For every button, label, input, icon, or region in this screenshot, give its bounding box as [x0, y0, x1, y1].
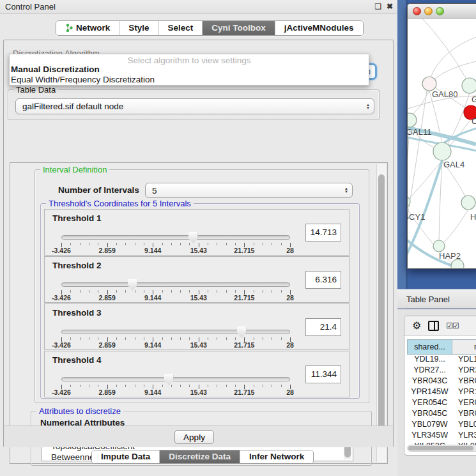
split-columns-icon[interactable] [428, 321, 439, 331]
slider-scale-labels: -3.4262.8599.14415.4321.71528 [61, 388, 290, 396]
table-toolbar: ⚙ ☑☑ [404, 316, 476, 336]
slider-thumb[interactable] [237, 326, 247, 338]
column-header-shared-name[interactable]: shared... [407, 339, 452, 355]
tab-cyni-toolbox[interactable]: Cyni Toolbox [203, 21, 275, 35]
dropdown-option-equal-width[interactable]: Equal Width/Frequency Discretization [10, 75, 369, 85]
column-header-name[interactable]: na [452, 339, 476, 355]
table-row[interactable]: YBR043CYBR04 [407, 376, 476, 387]
slider-tick-label: -3.426 [52, 247, 71, 254]
scrollbar-thumb[interactable] [408, 446, 473, 450]
slider-tick-label: 21.715 [234, 294, 254, 302]
attributes-group-label: Attributes to discretize [36, 406, 123, 416]
slider-tick-label: 2.859 [98, 388, 115, 396]
network-window-titlebar[interactable] [408, 4, 476, 19]
slider-tick-label: 28 [286, 388, 294, 396]
table-row[interactable]: YBL079WYBL07 [407, 420, 476, 431]
threshold-1-value-field[interactable]: 14.713 [305, 224, 341, 242]
slider-tick-label: 21.715 [234, 247, 254, 254]
threshold-1-slider[interactable] [61, 235, 290, 240]
apply-bar: Apply [4, 426, 393, 447]
table-rows: YDL19...YDL19 YDR27...YDR27 YBR043CYBR04… [407, 355, 476, 452]
node-label: C [472, 116, 476, 126]
dropdown-prompt: Select algorithm to view settings [10, 54, 369, 65]
node-table-card: ⚙ ☑☑ shared... na YDL19...YDL19 YDR27...… [404, 316, 476, 456]
threshold-2-slider[interactable] [61, 282, 290, 287]
tab-network[interactable]: Network [56, 21, 119, 35]
tab-jactivemnodules[interactable]: jActiveMNodules [275, 21, 363, 35]
node-gal4[interactable] [433, 142, 451, 160]
node-h[interactable] [461, 196, 475, 210]
algorithm-dropdown-popup: Select algorithm to view settings Manual… [9, 54, 369, 86]
slider-tick-label: -3.426 [52, 388, 71, 396]
table-data-group-label: Table Data [13, 85, 58, 95]
node-pink[interactable] [422, 77, 436, 91]
interval-definition-group: Interval Definition Number of Intervals … [35, 169, 369, 403]
apply-button[interactable]: Apply [174, 430, 214, 444]
slider-thumb[interactable] [188, 232, 198, 243]
interval-definition-label: Interval Definition [40, 165, 109, 174]
slider-tick-label: 9.144 [144, 388, 161, 396]
table-row[interactable]: YDR27...YDR27 [407, 365, 476, 376]
tab-infer-network[interactable]: Infer Network [240, 450, 313, 463]
slider-scale-labels: -3.4262.8599.14415.4321.71528 [61, 247, 290, 254]
checkbox-checked-icons[interactable]: ☑☑ [446, 321, 459, 330]
zoom-traffic-light-icon[interactable] [436, 7, 444, 15]
slider-tick-label: 28 [286, 341, 294, 349]
network-canvas[interactable]: GAL80 GA C GAL11 GAL4 GCY1 H HAP2 [408, 18, 476, 268]
tab-impute-data[interactable]: Impute Data [92, 450, 160, 463]
node-label: GCY1 [408, 212, 425, 222]
float-window-icon[interactable]: ❑ [373, 1, 383, 12]
threshold-3-value-field[interactable]: 21.4 [305, 318, 341, 336]
table-row[interactable]: YLR345WYLR34 [407, 431, 476, 441]
table-panel-title: Table Panel [406, 295, 450, 304]
slider-tick-label: 15.43 [190, 294, 207, 302]
settings-scroll-panel: Interval Definition Number of Intervals … [10, 162, 388, 464]
table-data-combobox[interactable]: galFiltered.sif default node ▲▼ [15, 98, 374, 114]
slider-tick-label: -3.426 [52, 294, 71, 302]
slider-tick-label: 2.859 [98, 247, 115, 254]
table-row[interactable]: YER054CYER05 [407, 398, 476, 409]
table-row[interactable]: YDL19...YDL19 [407, 355, 476, 365]
slider-tick-label: 9.144 [144, 247, 161, 254]
threshold-1-panel: Threshold 1 -3.4262.8599.14415.4321.7152… [44, 209, 349, 256]
table-header-row: shared... na [407, 339, 476, 355]
threshold-4-slider[interactable] [61, 377, 290, 381]
tab-discretize-data[interactable]: Discretize Data [160, 450, 240, 463]
slider-thumb[interactable] [164, 374, 174, 385]
threshold-2-value-field[interactable]: 6.316 [305, 271, 341, 289]
threshold-3-slider[interactable] [61, 330, 290, 334]
minimize-traffic-light-icon[interactable] [424, 7, 433, 15]
threshold-4-value-field[interactable]: 11.344 [305, 365, 341, 383]
node-hap2[interactable] [433, 240, 445, 252]
node-label: GA [472, 95, 476, 104]
slider-thumb[interactable] [128, 279, 137, 291]
node-label: H [470, 212, 476, 222]
top-tab-bar: Network Style Select Cyni Toolbox jActiv… [56, 20, 364, 36]
table-row[interactable]: YPR145WYPR14 [407, 387, 476, 398]
slider-tick-label: 15.43 [190, 247, 207, 254]
node-label: HAP2 [439, 251, 461, 261]
slider-tick-label: 9.144 [144, 341, 161, 349]
thresholds-group-label: Threshold's Coordinates for 5 Intervals [46, 199, 194, 208]
table-row[interactable]: YBR045CYBR04 [407, 409, 476, 420]
slider-scale-labels: -3.4262.8599.14415.4321.71528 [61, 294, 290, 302]
slider-tick-label: 28 [286, 294, 294, 302]
gear-icon[interactable]: ⚙ [412, 321, 421, 331]
panel-title: Control Panel [5, 2, 56, 12]
node-green[interactable] [462, 78, 476, 93]
table-horizontal-scrollbar[interactable] [407, 445, 476, 452]
tab-style[interactable]: Style [119, 21, 158, 35]
tab-select[interactable]: Select [159, 21, 203, 35]
combo-stepper-icon: ▲▼ [341, 183, 352, 197]
combo-stepper-icon: ▲▼ [362, 99, 374, 114]
panel-scrollbar[interactable] [376, 164, 386, 462]
node-gal11[interactable] [408, 113, 417, 127]
scrollbar-thumb[interactable] [378, 174, 385, 445]
slider-tick-label: 9.144 [144, 294, 161, 302]
dropdown-option-manual[interactable]: Manual Discretization [10, 65, 369, 75]
slider-tick-label: 15.43 [190, 341, 207, 349]
number-of-intervals-combobox[interactable]: 5 ▲▼ [145, 183, 353, 198]
close-icon[interactable]: ✖ [385, 1, 395, 12]
slider-tick-label: 15.43 [190, 388, 207, 396]
close-traffic-light-icon[interactable] [413, 7, 421, 15]
